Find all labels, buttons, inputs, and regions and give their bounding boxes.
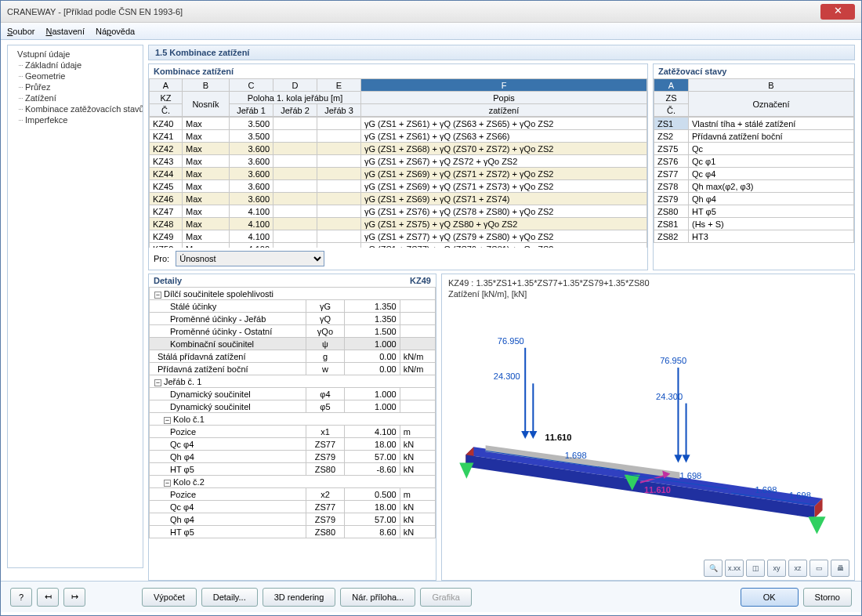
table-row[interactable]: Qc φ4ZS7718.00kN <box>150 501 436 513</box>
tool-values-icon[interactable]: x.xx <box>725 560 744 577</box>
table-row[interactable]: ZS76Qc φ1 <box>654 155 854 168</box>
sidebar-hscroll[interactable] <box>7 568 143 581</box>
sidebar: Vstupní údaje Základní údajeGeometriePrů… <box>7 45 143 568</box>
menu-file[interactable]: Soubor <box>7 27 34 36</box>
graphics-button[interactable]: Grafika <box>420 588 471 607</box>
table-row[interactable]: KZ45Max3.600γG (ZS1 + ZS69) + γQ (ZS71 +… <box>150 180 647 193</box>
svg-marker-11 <box>529 431 537 439</box>
loadstates-table[interactable]: ZS1Vlastní tíha + stálé zatíženíZS2Přída… <box>654 117 854 243</box>
table-row[interactable]: Qc φ4ZS7718.00kN <box>150 438 436 451</box>
menu-settings[interactable]: Nastavení <box>45 27 85 36</box>
svg-marker-6 <box>808 516 825 534</box>
cancel-button[interactable]: Storno <box>803 588 852 607</box>
sidebar-item[interactable]: Průřez <box>8 82 143 92</box>
svg-text:11.610: 11.610 <box>644 485 671 495</box>
table-row[interactable]: KZ47Max4.100γG (ZS1 + ZS76) + γQ (ZS78 +… <box>150 205 647 218</box>
table-row[interactable]: KZ48Max4.100γG (ZS1 + ZS75) + γQ ZS80 + … <box>150 218 647 230</box>
close-icon[interactable]: ✕ <box>820 4 855 20</box>
menu-help[interactable]: Nápověda <box>96 27 135 36</box>
svg-text:1.698: 1.698 <box>789 491 811 500</box>
table-row[interactable]: Proměnné účinky - OstatníγQo1.500 <box>150 325 436 338</box>
sidebar-item[interactable]: Kombinace zatěžovacích stavů <box>8 103 143 114</box>
combinations-table[interactable]: KZ40Max3.500γG (ZS1 + ZS61) + γQ (ZS63 +… <box>149 117 647 248</box>
sidebar-root[interactable]: Vstupní údaje <box>8 49 143 60</box>
table-row[interactable]: Dynamický součinitelφ51.000 <box>150 400 436 413</box>
table-row[interactable]: Qh φ4ZS7957.00kN <box>150 451 436 463</box>
details-title: Detaily <box>154 276 182 285</box>
sidebar-item[interactable]: Geometrie <box>8 71 143 82</box>
table-row[interactable]: ZS78Qh max(φ2, φ3) <box>654 180 854 193</box>
table-row[interactable]: Stálé účinkyγG1.350 <box>150 300 436 313</box>
table-row[interactable]: KZ43Max3.600γG (ZS1 + ZS67) + γQ ZS72 + … <box>150 155 647 168</box>
details-kz: KZ49 <box>410 276 431 285</box>
ok-button[interactable]: OK <box>741 588 799 607</box>
svg-text:24.300: 24.300 <box>656 392 683 401</box>
table-row[interactable]: Proměnné účinky - JeřábγQ1.350 <box>150 313 436 325</box>
svg-text:76.950: 76.950 <box>660 356 686 365</box>
table-row[interactable]: Pozicex14.100m <box>150 426 436 438</box>
sidebar-item[interactable]: Zatížení <box>8 92 143 103</box>
app-window: CRANEWAY - [Příklad podle ČSN EN 1993-6]… <box>0 0 862 616</box>
table-row[interactable]: Qh φ4ZS7957.00kN <box>150 513 436 526</box>
table-row[interactable]: Kombinační součinitelψ1.000 <box>150 338 436 350</box>
table-row[interactable]: −Jeřáb č. 1 <box>150 375 436 388</box>
render3d-button[interactable]: 3D rendering <box>263 588 336 607</box>
table-row[interactable]: KZ46Max3.600γG (ZS1 + ZS69) + γQ (ZS71 +… <box>150 193 647 205</box>
svg-text:1.698: 1.698 <box>755 485 777 495</box>
render-toolbar: 🔍 x.xx ◫ xy xz ▭ 🖶 <box>704 560 849 577</box>
for-select[interactable]: Únosnost <box>176 251 324 266</box>
svg-text:11.610: 11.610 <box>545 433 572 442</box>
details-table[interactable]: −Dílčí součinitele spolehlivostiStálé úč… <box>149 287 436 538</box>
menubar: Soubor Nastavení Nápověda <box>1 23 861 40</box>
combinations-group: Kombinace zatížení A B C D E F KZ Nosn <box>148 63 648 270</box>
table-row[interactable]: ZS1Vlastní tíha + stálé zatížení <box>654 118 854 130</box>
table-row[interactable]: −Kolo č.2 <box>150 476 436 488</box>
table-row[interactable]: −Kolo č.1 <box>150 413 436 426</box>
tool-box-icon[interactable]: ▭ <box>809 560 828 577</box>
svg-text:24.300: 24.300 <box>494 371 520 381</box>
titlebar: CRANEWAY - [Příklad podle ČSN EN 1993-6]… <box>1 1 861 23</box>
loadstates-title: Zatěžovací stavy <box>654 64 854 78</box>
tool-zoom-icon[interactable]: 🔍 <box>704 560 723 577</box>
table-row[interactable]: KZ40Max3.500γG (ZS1 + ZS61) + γQ (ZS63 +… <box>150 118 647 130</box>
sidebar-item[interactable]: Základní údaje <box>8 60 143 71</box>
table-row[interactable]: HT φ5ZS80-8.60kN <box>150 463 436 476</box>
svg-marker-13 <box>674 455 682 462</box>
tool-print-icon[interactable]: 🖶 <box>831 560 849 577</box>
tool-xy-icon[interactable]: xy <box>767 560 786 577</box>
table-row[interactable]: ZS77Qc φ4 <box>654 168 854 180</box>
details-group: Detaily KZ49 −Dílčí součinitele spolehli… <box>148 274 436 581</box>
sidebar-item[interactable]: Imperfekce <box>8 114 143 125</box>
prev-button[interactable]: ↤ <box>37 588 59 607</box>
render-canvas[interactable]: 76.950 24.300 76.950 24.300 11.610 11.61… <box>442 306 854 556</box>
table-row[interactable]: ZS81(Hs + S) <box>654 218 854 230</box>
table-row[interactable]: KZ41Max3.500γG (ZS1 + ZS61) + γQ (ZS63 +… <box>150 130 647 143</box>
combinations-header: A B C D E F KZ Nosník Poloha 1. kola jeř… <box>149 78 647 117</box>
table-row[interactable]: Stálá přídavná zatíženíg0.00kN/m <box>150 350 436 363</box>
tool-iso-icon[interactable]: ◫ <box>746 560 765 577</box>
svg-marker-15 <box>682 455 690 462</box>
table-row[interactable]: −Dílčí součinitele spolehlivosti <box>150 288 436 300</box>
table-row[interactable]: ZS82HT3 <box>654 230 854 243</box>
table-row[interactable]: Pozicex20.500m <box>150 488 436 501</box>
table-row[interactable]: HT φ5ZS808.60kN <box>150 526 436 538</box>
table-row[interactable]: Přídavná zatížení bočníw0.00kN/m <box>150 363 436 375</box>
footer: ? ↤ ↦ Výpočet Detaily... 3D rendering Ná… <box>1 581 861 612</box>
details-button[interactable]: Detaily... <box>201 588 258 607</box>
force-1: 76.950 <box>498 336 524 346</box>
next-button[interactable]: ↦ <box>63 588 85 607</box>
annex-button[interactable]: Nár. příloha... <box>340 588 415 607</box>
calc-button[interactable]: Výpočet <box>142 588 197 607</box>
table-row[interactable]: KZ44Max3.600γG (ZS1 + ZS69) + γQ (ZS71 +… <box>150 168 647 180</box>
svg-marker-5 <box>459 462 473 478</box>
table-row[interactable]: Dynamický součinitelφ41.000 <box>150 388 436 400</box>
table-row[interactable]: ZS79Qh φ4 <box>654 193 854 205</box>
table-row[interactable]: ZS75Qc <box>654 143 854 155</box>
table-row[interactable]: ZS2Přídavná zatížení boční <box>654 130 854 143</box>
table-row[interactable]: ZS80HT φ5 <box>654 205 854 218</box>
help-button[interactable]: ? <box>10 588 32 607</box>
tool-xz-icon[interactable]: xz <box>788 560 807 577</box>
table-row[interactable]: KZ49Max4.100γG (ZS1 + ZS77) + γQ (ZS79 +… <box>150 230 647 243</box>
table-row[interactable]: KZ42Max3.600γG (ZS1 + ZS68) + γQ (ZS70 +… <box>150 143 647 155</box>
render-line2: Zatížení [kN/m], [kN] <box>448 288 848 299</box>
